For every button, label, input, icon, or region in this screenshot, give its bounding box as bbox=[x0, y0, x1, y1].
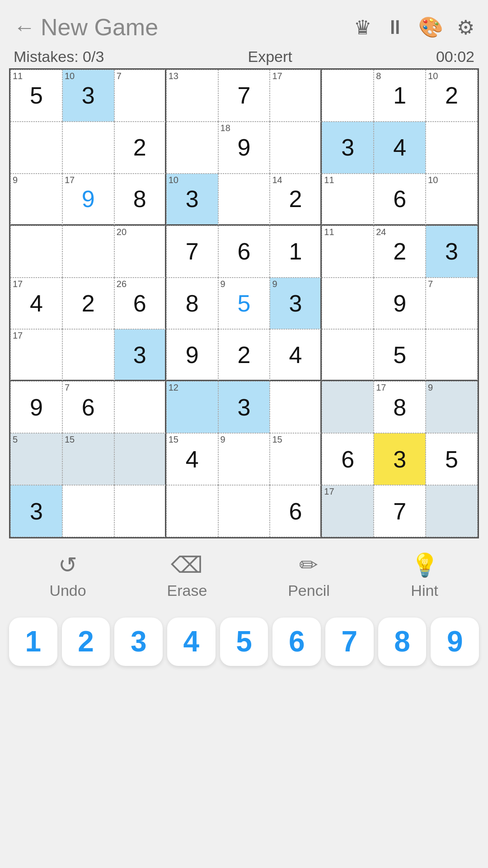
table-row[interactable]: 5 bbox=[10, 433, 62, 485]
table-row[interactable] bbox=[322, 278, 374, 330]
numpad-button-2[interactable]: 2 bbox=[62, 618, 110, 666]
table-row[interactable]: 1 bbox=[270, 226, 322, 278]
table-row[interactable]: 103 bbox=[166, 174, 218, 226]
table-row[interactable]: 3 bbox=[374, 433, 426, 485]
table-row[interactable] bbox=[218, 174, 270, 226]
table-row[interactable]: 11 bbox=[322, 174, 374, 226]
table-row[interactable]: 115 bbox=[10, 70, 62, 122]
table-row[interactable]: 179 bbox=[62, 174, 114, 226]
table-row[interactable]: 5 bbox=[426, 433, 478, 485]
table-row[interactable]: 7 bbox=[114, 70, 166, 122]
table-row[interactable]: 2 bbox=[114, 122, 166, 174]
cell-small-label: 17 bbox=[13, 279, 23, 288]
table-row[interactable] bbox=[322, 381, 374, 433]
settings-icon[interactable]: ⚙ bbox=[457, 16, 474, 39]
table-row[interactable]: 9 bbox=[10, 174, 62, 226]
undo-button[interactable]: ↺ Undo bbox=[49, 552, 86, 599]
numpad-button-3[interactable]: 3 bbox=[114, 618, 163, 666]
table-row[interactable]: 8 bbox=[166, 278, 218, 330]
table-row[interactable]: 174 bbox=[10, 278, 62, 330]
table-row[interactable]: 266 bbox=[114, 278, 166, 330]
table-row[interactable] bbox=[62, 122, 114, 174]
table-row[interactable]: 7 bbox=[166, 226, 218, 278]
table-row[interactable] bbox=[62, 485, 114, 537]
table-row[interactable]: 3 bbox=[426, 226, 478, 278]
table-row[interactable]: 20 bbox=[114, 226, 166, 278]
table-row[interactable]: 3 bbox=[218, 381, 270, 433]
pencil-button[interactable]: ✏ Pencil bbox=[288, 552, 330, 599]
table-row[interactable]: 12 bbox=[166, 381, 218, 433]
table-row[interactable]: 6 bbox=[218, 226, 270, 278]
table-row[interactable] bbox=[166, 122, 218, 174]
table-row[interactable] bbox=[426, 122, 478, 174]
table-row[interactable]: 81 bbox=[374, 70, 426, 122]
table-row[interactable] bbox=[10, 122, 62, 174]
table-row[interactable]: 102 bbox=[426, 70, 478, 122]
table-row[interactable]: 7 bbox=[426, 278, 478, 330]
back-button[interactable]: ← bbox=[14, 15, 35, 40]
table-row[interactable]: 9 bbox=[374, 278, 426, 330]
table-row[interactable]: 178 bbox=[374, 381, 426, 433]
table-row[interactable]: 10 bbox=[426, 174, 478, 226]
table-row[interactable] bbox=[426, 329, 478, 381]
table-row[interactable]: 103 bbox=[62, 70, 114, 122]
table-row[interactable] bbox=[270, 381, 322, 433]
table-row[interactable]: 2 bbox=[62, 278, 114, 330]
table-row[interactable]: 242 bbox=[374, 226, 426, 278]
table-row[interactable]: 2 bbox=[218, 329, 270, 381]
table-row[interactable] bbox=[62, 329, 114, 381]
table-row[interactable] bbox=[114, 485, 166, 537]
table-row[interactable] bbox=[10, 226, 62, 278]
table-row[interactable]: 9 bbox=[166, 329, 218, 381]
table-row[interactable]: 17 bbox=[10, 329, 62, 381]
numpad-button-5[interactable]: 5 bbox=[220, 618, 268, 666]
table-row[interactable]: 189 bbox=[218, 122, 270, 174]
numpad-button-1[interactable]: 1 bbox=[9, 618, 57, 666]
numpad-button-9[interactable]: 9 bbox=[431, 618, 479, 666]
table-row[interactable]: 11 bbox=[322, 226, 374, 278]
table-row[interactable]: 8 bbox=[114, 174, 166, 226]
table-row[interactable]: 5 bbox=[374, 329, 426, 381]
table-row[interactable] bbox=[114, 381, 166, 433]
table-row[interactable]: 76 bbox=[62, 381, 114, 433]
table-row[interactable]: 6 bbox=[322, 433, 374, 485]
table-row[interactable]: 142 bbox=[270, 174, 322, 226]
table-row[interactable]: 3 bbox=[322, 122, 374, 174]
table-row[interactable]: 17 bbox=[322, 485, 374, 537]
table-row[interactable]: 7 bbox=[374, 485, 426, 537]
table-row[interactable]: 13 bbox=[166, 70, 218, 122]
table-row[interactable] bbox=[322, 70, 374, 122]
table-row[interactable]: 17 bbox=[270, 70, 322, 122]
table-row[interactable] bbox=[166, 485, 218, 537]
table-row[interactable]: 4 bbox=[270, 329, 322, 381]
table-row[interactable] bbox=[322, 329, 374, 381]
table-row[interactable]: 4 bbox=[374, 122, 426, 174]
table-row[interactable]: 15 bbox=[270, 433, 322, 485]
table-row[interactable]: 15 bbox=[62, 433, 114, 485]
table-row[interactable]: 154 bbox=[166, 433, 218, 485]
numpad-button-4[interactable]: 4 bbox=[167, 618, 216, 666]
table-row[interactable] bbox=[114, 433, 166, 485]
table-row[interactable]: 6 bbox=[374, 174, 426, 226]
crown-icon[interactable]: ♛ bbox=[354, 16, 371, 39]
pause-icon[interactable]: ⏸ bbox=[385, 16, 405, 38]
table-row[interactable] bbox=[426, 485, 478, 537]
table-row[interactable]: 7 bbox=[218, 70, 270, 122]
table-row[interactable]: 9 bbox=[426, 381, 478, 433]
numpad-button-6[interactable]: 6 bbox=[272, 618, 321, 666]
table-row[interactable]: 3 bbox=[10, 485, 62, 537]
numpad-button-7[interactable]: 7 bbox=[325, 618, 374, 666]
table-row[interactable]: 93 bbox=[270, 278, 322, 330]
table-row[interactable]: 9 bbox=[218, 433, 270, 485]
table-row[interactable] bbox=[218, 485, 270, 537]
table-row[interactable] bbox=[270, 122, 322, 174]
table-row[interactable]: 6 bbox=[270, 485, 322, 537]
table-row[interactable]: 95 bbox=[218, 278, 270, 330]
numpad-button-8[interactable]: 8 bbox=[378, 618, 427, 666]
palette-icon[interactable]: 🎨 bbox=[418, 15, 443, 39]
hint-button[interactable]: 💡 Hint bbox=[411, 552, 439, 599]
table-row[interactable]: 3 bbox=[114, 329, 166, 381]
table-row[interactable]: 9 bbox=[10, 381, 62, 433]
erase-button[interactable]: ⌫ Erase bbox=[167, 552, 207, 599]
table-row[interactable] bbox=[62, 226, 114, 278]
